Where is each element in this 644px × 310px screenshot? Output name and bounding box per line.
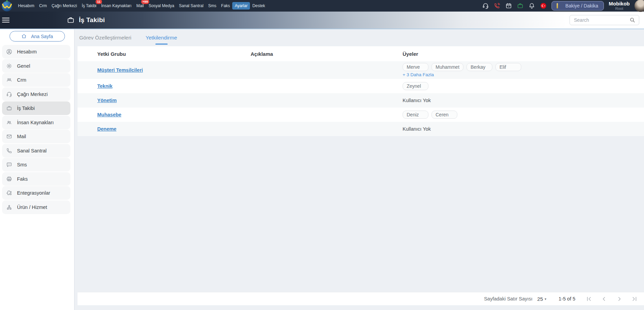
topnav-item-ayarlar[interactable]: Ayarlar — [232, 2, 250, 10]
topnav-item-mail[interactable]: Mail+99 — [134, 2, 146, 10]
topnav-item-is-takibi[interactable]: İş Takibi11 — [79, 2, 99, 10]
member-chip: Merve — [403, 63, 428, 71]
home-button[interactable]: Ana Sayfa — [10, 31, 65, 42]
topnav-item-faks[interactable]: Faks — [219, 2, 232, 10]
members-cell: Kullanıcı Yok — [403, 126, 644, 132]
search-box — [570, 15, 639, 25]
column-header-yetki-grubu: Yetki Grubu — [78, 51, 251, 57]
sidebar-item-label: Crm — [17, 77, 26, 83]
sidebar-item-insan-kaynaklari[interactable]: İnsan Kaynakları — [2, 116, 70, 129]
sms-icon — [6, 162, 12, 168]
page-header: İş Takibi — [0, 12, 644, 29]
phone-ringing-icon[interactable] — [494, 2, 501, 9]
rows-per-page-label: Sayfadaki Satır Sayısı — [484, 296, 532, 301]
user-menu[interactable]: Mobikob Root — [609, 1, 630, 11]
topnav-item-insan-kaynaklari[interactable]: İnsan Kaynakları — [99, 2, 134, 10]
sidebar-item-sms[interactable]: Sms — [2, 158, 70, 172]
permission-group-link[interactable]: Teknik — [97, 83, 113, 89]
member-chip: Deniz — [403, 111, 428, 119]
permission-group-link[interactable]: Deneme — [97, 126, 116, 132]
briefcase-green-icon[interactable] — [517, 2, 524, 9]
sidebar-item-entegrasyonlar[interactable]: Entegrasyonlar — [2, 186, 70, 200]
table-body: Müşteri TemsilcileriMerveMuhammetBerkayE… — [78, 61, 644, 136]
last-page-button[interactable] — [631, 296, 638, 302]
home-button-label: Ana Sayfa — [31, 34, 53, 39]
topnav-item-cagri-merkezi[interactable]: Çağrı Merkezi — [49, 2, 80, 10]
headset-icon[interactable] — [482, 2, 489, 9]
topnav-item-destek[interactable]: Destek — [250, 2, 267, 10]
top-navigation-bar: HesabımCrmÇağrı Merkeziİş Takibi11İnsan … — [0, 0, 644, 12]
sidebar-item-cagri-merkezi[interactable]: Çağrı Merkezi — [2, 87, 70, 101]
member-chip-list: MerveMuhammetBerkayElif — [403, 63, 644, 71]
topnav-item-sosyal-medya[interactable]: Sosyal Medya — [146, 2, 176, 10]
avatar[interactable] — [634, 0, 644, 12]
sidebar-item-urun-hizmet[interactable]: Ürün / Hizmet — [2, 200, 70, 214]
balance-button[interactable]: Bakiye / Dakika — [552, 1, 604, 11]
rows-per-page-value: 25 — [537, 296, 543, 302]
tab-yetkilendirme[interactable]: Yetkilendirme — [141, 29, 181, 46]
table-row: Müşteri TemsilcileriMerveMuhammetBerkayE… — [78, 61, 644, 79]
user-role: Root — [609, 6, 630, 11]
topnav-item-sms[interactable]: Sms — [206, 2, 219, 10]
mail-icon — [6, 133, 12, 140]
topnav-item-sanal-santral[interactable]: Sanal Santral — [176, 2, 206, 10]
search-input[interactable] — [573, 17, 627, 23]
show-more-members-link[interactable]: + 3 Daha Fazla — [403, 72, 644, 77]
sidebar-item-genel[interactable]: Genel — [2, 59, 70, 73]
members-cell: Kullanıcı Yok — [403, 97, 644, 103]
permission-group-link[interactable]: Muhasebe — [97, 112, 121, 117]
sidebar: Ana Sayfa HesabımGenelCrmÇağrı Merkeziİş… — [0, 29, 74, 310]
product-icon — [6, 204, 12, 210]
member-chip: Elif — [495, 63, 521, 71]
sidebar-item-mail[interactable]: Mail — [2, 130, 70, 143]
user-icon — [6, 49, 12, 55]
topnav-item-hesabim[interactable]: Hesabım — [16, 2, 37, 10]
topnav-quick-icons — [482, 2, 547, 9]
calendar-icon[interactable] — [505, 2, 512, 9]
page-title-group: İş Takibi — [67, 16, 105, 24]
sidebar-item-label: Entegrasyonlar — [17, 190, 50, 196]
sidebar-item-label: İnsan Kaynakları — [17, 120, 54, 125]
sidebar-item-label: Sanal Santral — [17, 148, 47, 153]
chevron-down-icon: ▾ — [545, 297, 546, 301]
first-page-button[interactable] — [586, 296, 592, 302]
briefcase-icon — [6, 105, 12, 111]
balance-indicator-bar — [557, 3, 558, 9]
app-logo[interactable] — [1, 0, 13, 12]
fax-icon — [6, 176, 12, 182]
sidebar-item-hesabim[interactable]: Hesabım — [2, 45, 70, 59]
permission-group-link[interactable]: Müşteri Temsilcileri — [97, 67, 143, 73]
no-members-label: Kullanıcı Yok — [403, 126, 431, 132]
balance-button-label: Bakiye / Dakika — [565, 3, 598, 9]
sidebar-item-sanal-santral[interactable]: Sanal Santral — [2, 144, 70, 158]
sidebar-item-crm[interactable]: Crm — [2, 73, 70, 87]
tab-bar: Görev ÖzelleştirmeleriYetkilendirme — [75, 29, 644, 46]
search-icon[interactable] — [629, 17, 635, 23]
prev-page-button[interactable] — [601, 296, 607, 302]
sidebar-item-label: Çağrı Merkezi — [17, 92, 48, 97]
chevron-right-icon — [616, 296, 623, 302]
member-chip-list: Zeynel — [403, 82, 644, 90]
rows-per-page-select[interactable]: 25 ▾ — [537, 296, 546, 302]
table-pagination: Sayfadaki Satır Sayısı 25 ▾ 1-5 of 5 — [78, 292, 644, 305]
sidebar-item-is-takibi[interactable]: İş Takibi — [2, 101, 70, 115]
next-page-button[interactable] — [616, 296, 623, 302]
sidebar-item-label: Genel — [17, 63, 30, 69]
topnav-item-crm[interactable]: Crm — [37, 2, 49, 10]
chevron-left-icon — [601, 296, 607, 302]
topnav-right: Bakiye / Dakika Mobikob Root — [482, 0, 644, 12]
column-header-aciklama: Açıklama — [251, 51, 403, 57]
no-members-label: Kullanıcı Yok — [403, 98, 431, 103]
turkish-flag-icon[interactable] — [540, 2, 547, 9]
sidebar-item-label: İş Takibi — [17, 105, 35, 111]
crm-icon — [6, 77, 12, 83]
sidebar-item-faks[interactable]: Faks — [2, 172, 70, 186]
briefcase-icon — [67, 16, 75, 24]
members-cell: DenizCeren — [403, 111, 644, 119]
bell-icon[interactable] — [528, 2, 535, 9]
tab-gorev-ozellestirmeleri[interactable]: Görev Özelleştirmeleri — [75, 29, 136, 46]
permission-group-link[interactable]: Yönetim — [97, 98, 117, 103]
hamburger-menu-icon[interactable] — [2, 18, 10, 23]
last-page-icon — [631, 296, 638, 302]
table-header-row: Yetki Grubu Açıklama Üyeler — [78, 46, 644, 61]
